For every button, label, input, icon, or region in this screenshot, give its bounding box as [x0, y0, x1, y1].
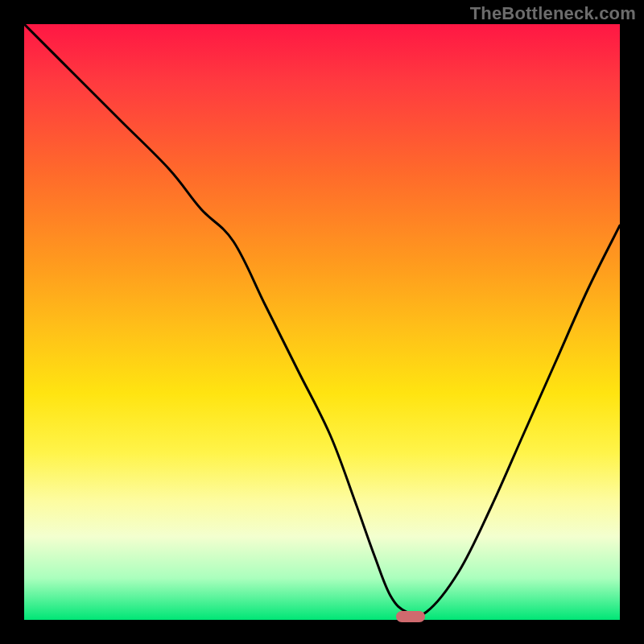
bottleneck-curve: [24, 24, 620, 620]
curve-minimum-marker: [396, 611, 425, 622]
curve-path: [24, 24, 620, 616]
chart-frame: TheBottleneck.com: [0, 0, 644, 644]
plot-area: [24, 24, 620, 620]
watermark-text: TheBottleneck.com: [470, 3, 636, 24]
